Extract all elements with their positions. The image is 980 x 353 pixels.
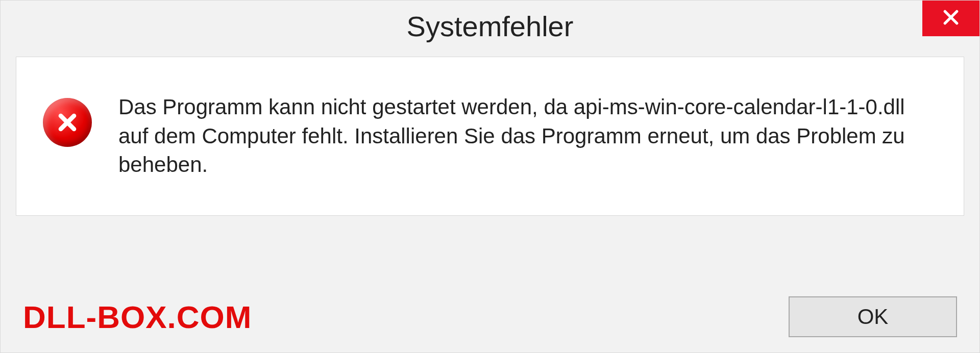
dialog-title: Systemfehler xyxy=(407,10,574,43)
dialog-footer: DLL-BOX.COM OK xyxy=(1,281,979,352)
error-message: Das Programm kann nicht gestartet werden… xyxy=(118,93,935,180)
watermark-text: DLL-BOX.COM xyxy=(23,299,252,335)
error-dialog: Systemfehler Das Programm kann nicht ges… xyxy=(0,0,980,353)
error-icon xyxy=(42,97,93,148)
close-button[interactable] xyxy=(922,1,979,36)
close-icon xyxy=(941,7,961,30)
content-panel: Das Programm kann nicht gestartet werden… xyxy=(16,57,964,216)
ok-button[interactable]: OK xyxy=(789,296,957,337)
titlebar: Systemfehler xyxy=(1,1,979,54)
